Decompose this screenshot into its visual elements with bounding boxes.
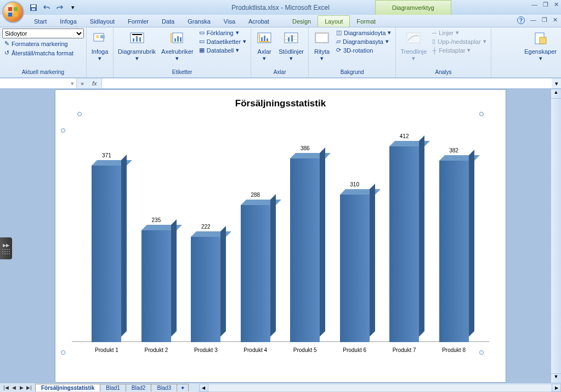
last-sheet-icon[interactable]: ▶| (25, 384, 33, 391)
horizontal-scrollbar[interactable]: ◀ ▶ (199, 384, 561, 392)
lines-button: ─Linjer ▾ (430, 29, 488, 37)
scroll-right-icon[interactable]: ▶ (552, 384, 561, 392)
chart-title[interactable]: Försäljningsstatistik (61, 98, 500, 109)
bar[interactable]: 371Produkt 1 (92, 166, 121, 342)
undo-icon[interactable] (41, 2, 53, 14)
tab-granska[interactable]: Granska (181, 16, 217, 27)
bar-front-face (340, 195, 370, 342)
chart-floor-button[interactable]: ▱Diagrambasyta ▾ (334, 37, 393, 46)
restore-icon[interactable]: ❐ (543, 1, 548, 8)
tab-design[interactable]: Design (286, 16, 318, 27)
axes-button[interactable]: Axlar▾ (253, 29, 275, 63)
sheet-tabs-bar: |◀ ◀ ▶ ▶| Försäljningsstatistik Blad1 Bl… (0, 383, 561, 392)
qat-dropdown-icon[interactable]: ▾ (67, 2, 79, 14)
legend-button[interactable]: ▭Förklaring ▾ (197, 29, 248, 37)
bar[interactable]: 288Produkt 4 (241, 205, 270, 342)
selection-handle[interactable] (61, 128, 65, 133)
trendline-icon (405, 30, 422, 47)
plot-area[interactable]: 371Produkt 1235Produkt 2222Produkt 3288P… (72, 123, 489, 352)
bar[interactable]: 235Produkt 2 (141, 230, 171, 342)
properties-button[interactable]: Egenskaper▾ (522, 29, 559, 63)
close-workbook-icon[interactable]: ✕ (553, 16, 558, 24)
bar-side-face (469, 150, 474, 337)
category-label: Produkt 1 (79, 347, 134, 353)
insert-button[interactable]: Infoga▾ (89, 29, 111, 63)
data-labels-button[interactable]: ▭Dataetiketter ▾ (197, 37, 248, 46)
selection-handle[interactable] (61, 350, 65, 355)
bar[interactable]: 412Produkt 7 (389, 146, 419, 342)
chart-floor-icon: ▱ (336, 38, 341, 45)
chart-wall-button[interactable]: ◫Diagramsidoyta ▾ (334, 29, 393, 37)
scroll-left-icon[interactable]: ◀ (199, 384, 208, 392)
minimize-icon[interactable]: — (531, 1, 537, 8)
close-icon[interactable]: ✕ (554, 1, 559, 8)
redo-icon[interactable] (54, 2, 66, 14)
selection-handle[interactable] (77, 112, 82, 116)
3d-rotation-button[interactable]: ⟳3D-rotation (334, 46, 393, 54)
data-table-button[interactable]: ▦Datatabell ▾ (197, 46, 248, 54)
formula-expand-icon[interactable]: ▾ (552, 80, 561, 87)
bar-side-face (220, 226, 226, 337)
category-label: Produkt 3 (178, 347, 233, 353)
bar-data-label: 288 (241, 192, 270, 198)
prev-sheet-icon[interactable]: ◀ (10, 384, 18, 391)
bar[interactable]: 222Produkt 3 (191, 237, 220, 342)
sheet-tab[interactable]: Blad1 (100, 384, 126, 391)
axis-titles-button[interactable]: Axelrubriker▾ (159, 29, 196, 63)
chart-title-button[interactable]: Diagramrubrik▾ (116, 29, 158, 63)
tab-data[interactable]: Data (155, 16, 181, 27)
contextual-tab-header: Diagramverktyg (375, 0, 451, 15)
tab-start[interactable]: Start (27, 16, 53, 27)
bar[interactable]: 386Produkt 5 (290, 158, 320, 342)
next-sheet-icon[interactable]: ▶ (18, 384, 25, 391)
restore-window-icon[interactable]: ❐ (542, 16, 547, 24)
tab-sidlayout[interactable]: Sidlayout (83, 16, 121, 27)
first-sheet-icon[interactable]: |◀ (2, 384, 10, 391)
save-icon[interactable] (27, 2, 39, 14)
tab-acrobat[interactable]: Acrobat (242, 16, 276, 27)
tab-format[interactable]: Format (350, 16, 382, 27)
chart-title-icon (128, 30, 146, 47)
bar[interactable]: 382Produkt 8 (439, 161, 469, 342)
chart-canvas[interactable]: Försäljningsstatistik 371Produkt 1235Pro… (55, 89, 506, 383)
selection-handle[interactable] (479, 350, 484, 355)
fx-icon[interactable]: fx (88, 80, 101, 87)
scroll-up-icon[interactable]: ▲ (551, 89, 561, 99)
trendline-button[interactable]: Trendlinje▾ (398, 29, 429, 63)
chevron-right-icon: ▶▶ (2, 243, 10, 254)
new-sheet-button[interactable]: ✦ (177, 384, 189, 391)
bar-data-label: 382 (439, 147, 469, 154)
lines-icon: ─ (432, 30, 437, 36)
help-icon[interactable]: ? (517, 16, 525, 24)
sheet-tab[interactable]: Blad3 (151, 384, 177, 391)
tab-visa[interactable]: Visa (217, 16, 242, 27)
tab-layout[interactable]: Layout (318, 15, 350, 27)
svg-rect-9 (100, 35, 105, 38)
category-label: Produkt 2 (129, 347, 184, 353)
plot-area-icon (313, 30, 331, 47)
sheet-tab-active[interactable]: Försäljningsstatistik (35, 384, 100, 391)
vertical-scrollbar[interactable]: ▲ ▼ (551, 89, 561, 383)
bar[interactable]: 310Produkt 6 (340, 195, 370, 342)
format-selection-button[interactable]: ✎Formatera markering (2, 39, 84, 48)
name-box[interactable]: ▾ (0, 78, 77, 88)
minimize-ribbon-icon[interactable]: — (530, 16, 536, 24)
sheet-tab[interactable]: Blad2 (126, 384, 152, 391)
reset-match-style-button[interactable]: ↺Återställ/matcha format (2, 49, 84, 57)
office-button[interactable] (2, 1, 24, 23)
selection-handle[interactable] (479, 112, 484, 116)
svg-rect-29 (288, 37, 290, 42)
svg-rect-30 (291, 35, 293, 42)
scroll-down-icon[interactable]: ▼ (551, 373, 561, 383)
chart-element-dropdown[interactable]: Sidoytor (2, 29, 84, 38)
plot-area-button[interactable]: Rityta▾ (311, 29, 333, 63)
side-panel-handle[interactable]: ▶▶ (0, 237, 12, 259)
data-table-icon: ▦ (199, 47, 205, 54)
tab-formler[interactable]: Formler (121, 16, 155, 27)
tab-infoga[interactable]: Infoga (53, 16, 83, 27)
formula-bar: ▾ ● fx ▾ (0, 78, 561, 89)
svg-rect-33 (407, 33, 420, 43)
formula-input[interactable] (101, 78, 552, 88)
gridlines-button[interactable]: Stödlinjer▾ (276, 29, 306, 63)
ribbon: Sidoytor ✎Formatera markering ↺Återställ… (0, 27, 561, 78)
